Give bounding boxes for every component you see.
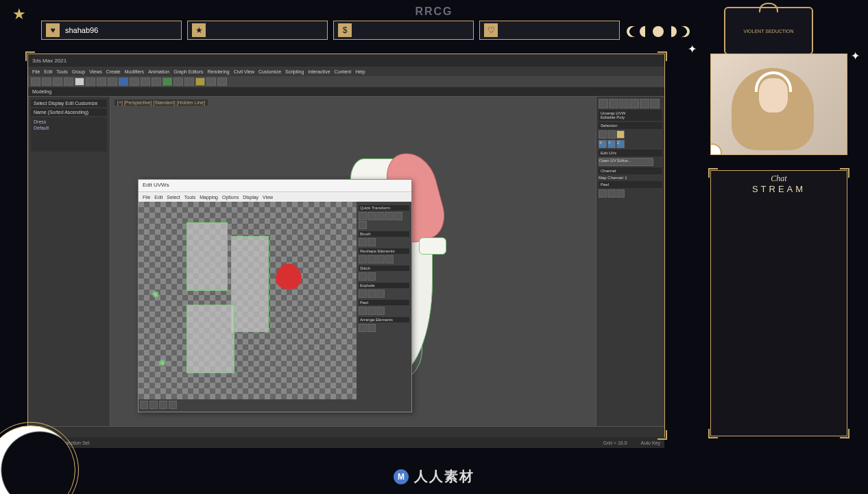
uv-island[interactable] xyxy=(186,305,234,373)
uv-peel-button[interactable] xyxy=(367,307,376,315)
uv-editor-window[interactable]: Edit UVWs File Edit Select Tools Mapping… xyxy=(138,179,412,412)
menu-item[interactable]: Customize xyxy=(258,69,281,74)
menu-item[interactable]: Edit xyxy=(44,69,52,74)
align-button[interactable] xyxy=(152,78,161,86)
snap-button[interactable] xyxy=(108,78,117,86)
uv-canvas[interactable] xyxy=(138,202,357,399)
ribbon-tab[interactable]: Modeling xyxy=(32,89,51,94)
utilities-tab[interactable] xyxy=(650,99,660,108)
uv-tool-button[interactable] xyxy=(385,255,394,263)
menu-item[interactable]: Animation xyxy=(148,69,169,74)
stack-item[interactable]: Editable Poly xyxy=(601,115,660,119)
edge-button[interactable] xyxy=(607,130,616,139)
layer-button[interactable] xyxy=(162,78,172,86)
uv-subobj-button[interactable] xyxy=(140,401,148,409)
uv-peel-button[interactable] xyxy=(376,307,385,315)
uv-tool-button[interactable] xyxy=(385,212,394,220)
move-button[interactable] xyxy=(75,78,84,86)
polygon-button[interactable] xyxy=(616,130,625,139)
modify-tab[interactable] xyxy=(609,99,618,108)
menu-item[interactable]: Graph Editors xyxy=(173,69,203,74)
scene-list[interactable]: Dress Default xyxy=(31,117,107,152)
peel-button[interactable] xyxy=(616,189,625,198)
peel-rollout[interactable]: Peel xyxy=(599,181,662,188)
uv-subobj-button[interactable] xyxy=(159,401,167,409)
uv-stitch-button[interactable] xyxy=(359,272,367,281)
uv-tool-button[interactable] xyxy=(367,255,376,263)
angle-snap-button[interactable] xyxy=(119,78,128,86)
menu-item[interactable]: Interactive xyxy=(308,69,330,74)
curve-editor-button[interactable] xyxy=(173,78,183,86)
peel-button[interactable] xyxy=(607,189,616,198)
vertex-button[interactable] xyxy=(599,130,607,139)
edit-uvs-rollout[interactable]: Edit UVs xyxy=(599,150,662,156)
uv-tool-button[interactable] xyxy=(376,212,385,220)
peel-button[interactable] xyxy=(599,189,607,198)
axis-x-button[interactable]: X xyxy=(599,140,607,148)
menu-item[interactable]: Tools xyxy=(56,69,67,74)
selection-rollout[interactable]: Selection xyxy=(599,122,662,129)
uv-menu-item[interactable]: Display xyxy=(243,195,258,200)
channel-value[interactable]: 1 xyxy=(625,176,627,180)
uv-menu-item[interactable]: Options xyxy=(222,195,239,200)
schematic-button[interactable] xyxy=(184,78,194,86)
uv-tool-button[interactable] xyxy=(376,255,385,263)
menu-item[interactable]: Create xyxy=(106,69,121,74)
menu-item[interactable]: Group xyxy=(72,69,85,74)
menu-item[interactable]: Views xyxy=(89,69,102,74)
display-tab[interactable] xyxy=(640,99,649,108)
uv-arrange-button[interactable] xyxy=(367,324,376,332)
render-setup-button[interactable] xyxy=(206,78,216,86)
menu-item[interactable]: Content xyxy=(335,69,352,74)
timeline[interactable] xyxy=(28,426,664,437)
uv-tool-button[interactable] xyxy=(359,255,367,263)
uv-explode-button[interactable] xyxy=(376,290,385,298)
create-tab[interactable] xyxy=(599,99,608,108)
uv-subobj-button[interactable] xyxy=(149,401,158,409)
motion-tab[interactable] xyxy=(629,99,639,108)
mirror-button[interactable] xyxy=(141,78,150,86)
uv-menu-item[interactable]: Select xyxy=(167,195,180,200)
app-titlebar[interactable]: 3ds Max 2021 xyxy=(28,54,664,67)
scene-item[interactable]: Dress xyxy=(32,119,106,125)
uv-tool-button[interactable] xyxy=(359,212,367,220)
undo-button[interactable] xyxy=(31,78,40,86)
select-button[interactable] xyxy=(64,78,73,86)
viewport-label[interactable]: [+] [Perspective] [Standard] [Hidden Lin… xyxy=(114,99,208,106)
uv-menu-item[interactable]: Mapping xyxy=(200,195,218,200)
uv-menu-item[interactable]: Edit xyxy=(154,195,162,200)
uv-island[interactable] xyxy=(186,222,228,291)
scale-button[interactable] xyxy=(97,78,106,86)
axis-z-button[interactable]: Z xyxy=(616,140,625,148)
uv-menu-item[interactable]: View xyxy=(263,195,273,200)
uv-menu-item[interactable]: Tools xyxy=(184,195,195,200)
uv-island[interactable] xyxy=(231,236,269,332)
menu-item[interactable]: File xyxy=(32,69,40,74)
scene-search[interactable]: Name (Sorted Ascending) xyxy=(31,108,107,116)
uv-editor-title[interactable]: Edit UVWs xyxy=(138,180,411,192)
render-button[interactable] xyxy=(217,78,227,86)
uv-brush-button[interactable] xyxy=(367,238,376,246)
uv-explode-button[interactable] xyxy=(367,290,376,298)
menu-item[interactable]: Civil View xyxy=(234,69,254,74)
uv-peel-button[interactable] xyxy=(359,307,367,315)
material-editor-button[interactable] xyxy=(195,78,205,86)
uv-tool-button[interactable] xyxy=(394,212,402,220)
rotate-button[interactable] xyxy=(86,78,95,86)
uv-arrange-button[interactable] xyxy=(359,324,367,332)
redo-button[interactable] xyxy=(42,78,51,86)
link-button[interactable] xyxy=(53,78,62,86)
menu-item[interactable]: Help xyxy=(355,69,365,74)
uv-explode-button[interactable] xyxy=(359,290,367,298)
hierarchy-tab[interactable] xyxy=(619,99,629,108)
scene-item[interactable]: Default xyxy=(32,125,106,131)
uv-menu-item[interactable]: File xyxy=(143,195,150,200)
menu-item[interactable]: Modifiers xyxy=(125,69,144,74)
modifier-list[interactable]: Unwrap UVW Editable Poly xyxy=(599,110,662,121)
viewport[interactable]: [+] [Perspective] [Standard] [Hidden Lin… xyxy=(110,97,596,426)
channel-rollout[interactable]: Channel xyxy=(599,167,662,174)
uv-stitch-button[interactable] xyxy=(367,272,376,281)
menu-item[interactable]: Scripting xyxy=(285,69,304,74)
uv-selected-island[interactable] xyxy=(276,263,302,290)
axis-y-button[interactable]: Y xyxy=(607,140,616,148)
